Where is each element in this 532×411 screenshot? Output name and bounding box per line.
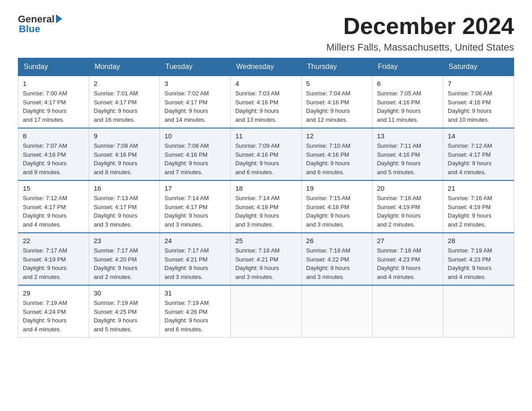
day-info-3: Sunrise: 7:02 AMSunset: 4:17 PMDaylight:… [164,89,226,124]
day-cell-10: 10Sunrise: 7:08 AMSunset: 4:16 PMDayligh… [160,128,231,180]
day-cell-28: 28Sunrise: 7:19 AMSunset: 4:23 PMDayligh… [443,233,514,285]
day-cell-5: 5Sunrise: 7:04 AMSunset: 4:16 PMDaylight… [301,76,372,128]
week-row-4: 22Sunrise: 7:17 AMSunset: 4:19 PMDayligh… [18,233,514,285]
day-cell-29: 29Sunrise: 7:19 AMSunset: 4:24 PMDayligh… [18,285,89,338]
day-number-26: 26 [306,237,368,244]
day-cell-12: 12Sunrise: 7:10 AMSunset: 4:16 PMDayligh… [301,128,372,180]
day-info-27: Sunrise: 7:18 AMSunset: 4:23 PMDaylight:… [377,246,438,281]
day-info-17: Sunrise: 7:14 AMSunset: 4:17 PMDaylight:… [164,194,226,229]
day-number-18: 18 [235,184,296,192]
day-number-13: 13 [377,132,438,140]
day-number-15: 15 [23,184,84,192]
day-number-4: 4 [235,80,296,87]
logo: General Blue [18,13,62,35]
day-info-9: Sunrise: 7:08 AMSunset: 4:16 PMDaylight:… [94,141,155,176]
day-number-16: 16 [94,184,155,192]
day-info-24: Sunrise: 7:17 AMSunset: 4:21 PMDaylight:… [164,246,226,281]
month-title: December 2024 [326,13,514,39]
day-info-31: Sunrise: 7:19 AMSunset: 4:26 PMDaylight:… [164,299,226,334]
day-number-5: 5 [306,80,368,87]
day-info-14: Sunrise: 7:12 AMSunset: 4:17 PMDaylight:… [448,141,509,176]
day-cell-23: 23Sunrise: 7:17 AMSunset: 4:20 PMDayligh… [89,233,160,285]
day-info-6: Sunrise: 7:05 AMSunset: 4:16 PMDaylight:… [377,89,438,124]
day-info-5: Sunrise: 7:04 AMSunset: 4:16 PMDaylight:… [306,89,368,124]
day-cell-27: 27Sunrise: 7:18 AMSunset: 4:23 PMDayligh… [372,233,443,285]
day-info-20: Sunrise: 7:16 AMSunset: 4:19 PMDaylight:… [377,194,438,229]
day-number-6: 6 [377,80,438,87]
empty-cell-4-6 [443,285,514,338]
empty-cell-4-4 [301,285,372,338]
day-info-15: Sunrise: 7:12 AMSunset: 4:17 PMDaylight:… [23,194,84,229]
page-header: General Blue December 2024 Millers Falls… [18,13,514,53]
header-sunday: Sunday [18,58,89,76]
empty-cell-4-3 [231,285,301,338]
day-number-30: 30 [94,289,155,297]
day-number-8: 8 [23,132,84,140]
day-cell-21: 21Sunrise: 7:16 AMSunset: 4:19 PMDayligh… [443,180,514,233]
day-number-11: 11 [235,132,296,140]
day-info-21: Sunrise: 7:16 AMSunset: 4:19 PMDaylight:… [448,194,509,229]
day-cell-30: 30Sunrise: 7:19 AMSunset: 4:25 PMDayligh… [89,285,160,338]
day-number-12: 12 [306,132,368,140]
day-info-18: Sunrise: 7:14 AMSunset: 4:18 PMDaylight:… [235,194,296,229]
day-cell-11: 11Sunrise: 7:09 AMSunset: 4:16 PMDayligh… [231,128,301,180]
day-info-12: Sunrise: 7:10 AMSunset: 4:16 PMDaylight:… [306,141,368,176]
day-info-26: Sunrise: 7:18 AMSunset: 4:22 PMDaylight:… [306,246,368,281]
day-cell-9: 9Sunrise: 7:08 AMSunset: 4:16 PMDaylight… [89,128,160,180]
location-title: Millers Falls, Massachusetts, United Sta… [326,42,514,53]
day-number-28: 28 [448,237,509,244]
day-number-25: 25 [235,237,296,244]
day-number-22: 22 [23,237,84,244]
day-number-10: 10 [164,132,226,140]
day-info-30: Sunrise: 7:19 AMSunset: 4:25 PMDaylight:… [94,299,155,334]
day-info-1: Sunrise: 7:00 AMSunset: 4:17 PMDaylight:… [23,89,84,124]
logo-blue-text: Blue [18,23,40,35]
day-cell-31: 31Sunrise: 7:19 AMSunset: 4:26 PMDayligh… [160,285,231,338]
week-row-3: 15Sunrise: 7:12 AMSunset: 4:17 PMDayligh… [18,180,514,233]
day-cell-25: 25Sunrise: 7:18 AMSunset: 4:21 PMDayligh… [231,233,301,285]
day-cell-4: 4Sunrise: 7:03 AMSunset: 4:16 PMDaylight… [231,76,301,128]
day-number-1: 1 [23,80,84,87]
day-number-21: 21 [448,184,509,192]
day-number-3: 3 [164,80,226,87]
day-cell-16: 16Sunrise: 7:13 AMSunset: 4:17 PMDayligh… [89,180,160,233]
day-info-28: Sunrise: 7:19 AMSunset: 4:23 PMDaylight:… [448,246,509,281]
week-row-5: 29Sunrise: 7:19 AMSunset: 4:24 PMDayligh… [18,285,514,338]
day-info-16: Sunrise: 7:13 AMSunset: 4:17 PMDaylight:… [94,194,155,229]
day-number-20: 20 [377,184,438,192]
day-number-14: 14 [448,132,509,140]
weekday-header-row: SundayMondayTuesdayWednesdayThursdayFrid… [18,58,514,76]
day-number-29: 29 [23,289,84,297]
day-info-4: Sunrise: 7:03 AMSunset: 4:16 PMDaylight:… [235,89,296,124]
day-number-31: 31 [164,289,226,297]
day-info-11: Sunrise: 7:09 AMSunset: 4:16 PMDaylight:… [235,141,296,176]
header-wednesday: Wednesday [231,58,301,76]
day-cell-2: 2Sunrise: 7:01 AMSunset: 4:17 PMDaylight… [89,76,160,128]
day-number-27: 27 [377,237,438,244]
day-info-22: Sunrise: 7:17 AMSunset: 4:19 PMDaylight:… [23,246,84,281]
day-cell-8: 8Sunrise: 7:07 AMSunset: 4:16 PMDaylight… [18,128,89,180]
day-info-13: Sunrise: 7:11 AMSunset: 4:16 PMDaylight:… [377,141,438,176]
day-cell-18: 18Sunrise: 7:14 AMSunset: 4:18 PMDayligh… [231,180,301,233]
header-saturday: Saturday [443,58,514,76]
week-row-2: 8Sunrise: 7:07 AMSunset: 4:16 PMDaylight… [18,128,514,180]
day-info-7: Sunrise: 7:06 AMSunset: 4:16 PMDaylight:… [448,89,509,124]
day-cell-3: 3Sunrise: 7:02 AMSunset: 4:17 PMDaylight… [160,76,231,128]
day-cell-24: 24Sunrise: 7:17 AMSunset: 4:21 PMDayligh… [160,233,231,285]
header-tuesday: Tuesday [160,58,231,76]
day-number-17: 17 [164,184,226,192]
day-info-8: Sunrise: 7:07 AMSunset: 4:16 PMDaylight:… [23,141,84,176]
day-cell-26: 26Sunrise: 7:18 AMSunset: 4:22 PMDayligh… [301,233,372,285]
day-cell-14: 14Sunrise: 7:12 AMSunset: 4:17 PMDayligh… [443,128,514,180]
day-number-7: 7 [448,80,509,87]
header-monday: Monday [89,58,160,76]
day-number-23: 23 [94,237,155,244]
calendar-table: SundayMondayTuesdayWednesdayThursdayFrid… [18,58,514,338]
day-number-2: 2 [94,80,155,87]
day-info-23: Sunrise: 7:17 AMSunset: 4:20 PMDaylight:… [94,246,155,281]
day-cell-13: 13Sunrise: 7:11 AMSunset: 4:16 PMDayligh… [372,128,443,180]
day-cell-22: 22Sunrise: 7:17 AMSunset: 4:19 PMDayligh… [18,233,89,285]
day-cell-6: 6Sunrise: 7:05 AMSunset: 4:16 PMDaylight… [372,76,443,128]
logo-arrow-icon [56,14,62,23]
day-cell-7: 7Sunrise: 7:06 AMSunset: 4:16 PMDaylight… [443,76,514,128]
